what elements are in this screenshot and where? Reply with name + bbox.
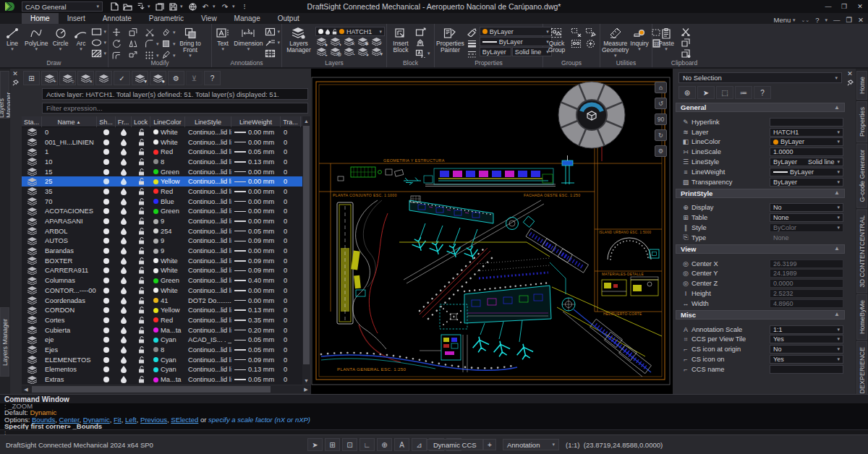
layer-settings-gear-icon[interactable]: ⚙ — [168, 71, 184, 85]
layer-linestyle[interactable]: ACAD_IS... . _ . — [185, 336, 231, 343]
layer-show-icon[interactable] — [97, 189, 116, 194]
layer-transparency[interactable]: 0 — [281, 207, 301, 215]
layer-walk-icon[interactable]: ◕ — [357, 47, 369, 56]
layer-field[interactable]: HATCH1▾ — [770, 128, 843, 137]
layer-linestyle[interactable]: Continuo...lid line — [185, 366, 231, 373]
layer-color[interactable]: Cyan — [150, 356, 185, 364]
layer-show-icon[interactable] — [97, 347, 116, 353]
command-option-fit[interactable]: Fit — [114, 416, 122, 424]
lineweight-field[interactable]: ByLayer▾ — [770, 168, 843, 176]
layer-color[interactable]: 9 — [150, 237, 185, 244]
copy-icon[interactable] — [127, 27, 139, 37]
layer-frozen-icon[interactable] — [116, 376, 132, 383]
layer-lineweight[interactable]: 0.00 mm — [231, 188, 281, 195]
attach-icon[interactable] — [154, 1, 166, 12]
layer-show-icon[interactable] — [97, 267, 116, 273]
layer-lineweight[interactable]: 0.05 mm — [231, 346, 281, 354]
column-header-lock[interactable]: Lock — [132, 116, 150, 127]
layer-lineweight[interactable]: 0.13 mm — [231, 366, 281, 373]
dimension-button[interactable]: Dimension▾ — [234, 25, 263, 51]
layer-row-10[interactable]: 108Continuo...lid line0.13 mm0 — [22, 157, 302, 167]
layer-lock-icon[interactable] — [132, 158, 150, 166]
horizontal-scroll-thumb[interactable] — [32, 386, 271, 393]
ccs-name-field[interactable] — [770, 365, 843, 374]
define-block-icon[interactable] — [414, 27, 427, 37]
layer-lock-icon[interactable] — [132, 218, 150, 225]
layer-transparency[interactable]: 0 — [281, 188, 301, 195]
layer-transparency[interactable]: 0 — [281, 346, 301, 354]
edit-component-icon[interactable] — [414, 38, 427, 48]
layer-color[interactable]: Yellow — [150, 307, 185, 314]
column-header-fr[interactable]: Fr... — [116, 116, 132, 127]
scroll-down-icon[interactable]: ▼ — [302, 376, 310, 385]
tab-annotate[interactable]: Annotate — [94, 13, 140, 24]
layer-linestyle[interactable]: Continuo...lid line — [185, 356, 231, 364]
command-option-selected[interactable]: SElected — [171, 416, 198, 424]
layer-frozen-icon[interactable] — [116, 287, 132, 294]
layer-row-CORDON[interactable]: CORDONYellowContinuo...lid line0.13 mm0 — [22, 305, 302, 315]
fill-icon[interactable] — [160, 39, 172, 49]
insert-block-button[interactable]: Insert Block — [388, 25, 413, 53]
hide-layer-icon[interactable]: ● — [315, 37, 328, 46]
open-file-icon[interactable] — [122, 1, 133, 12]
layer-lock-icon[interactable] — [132, 129, 150, 136]
layer-color[interactable]: Green — [150, 168, 185, 176]
layer-lock-icon[interactable] — [132, 168, 150, 176]
panel-close-icon[interactable]: ✕ — [10, 69, 20, 78]
ortho-toggle[interactable]: ∟ — [359, 438, 375, 451]
column-header-sh[interactable]: Sh... — [97, 116, 116, 127]
layer-lock-icon[interactable] — [132, 336, 150, 343]
layers-vertical-scrollbar[interactable]: ▲ ▼ — [302, 116, 310, 385]
layer-row-CONTOR...----00[interactable]: CONTOR...----00WhiteContinuo...lid line0… — [22, 286, 302, 296]
layer-show-icon[interactable] — [97, 357, 116, 363]
side-tab-3d-contentcentral[interactable]: 3D CONTENTCENTRAL — [856, 210, 867, 294]
layer-color[interactable]: Green — [150, 277, 185, 284]
layer-lineweight[interactable]: 0.35 mm — [231, 317, 281, 324]
rotate-ccw-button[interactable]: ↺ — [655, 98, 667, 109]
vertical-scroll-thumb[interactable] — [303, 126, 310, 364]
layer-lock-icon[interactable] — [132, 287, 150, 294]
layer-lineweight[interactable]: 0.00 mm — [231, 129, 281, 136]
layer-show-icon[interactable] — [97, 337, 116, 343]
layer-frozen-icon[interactable] — [116, 356, 132, 364]
layer-show-icon[interactable] — [97, 278, 116, 283]
side-tab-g-code-generator[interactable]: G-code Generator — [856, 144, 867, 208]
layer-frozen-icon[interactable] — [116, 218, 132, 225]
layer-linestyle[interactable]: Continuo...lid line — [185, 376, 231, 383]
layer-transparency[interactable]: 0 — [281, 237, 301, 244]
undo-icon[interactable]: ↶ — [200, 1, 211, 12]
layer-show-icon[interactable] — [97, 208, 116, 214]
layer-linestyle[interactable]: Continuo...lid line — [185, 198, 231, 205]
layer-transparency[interactable]: 0 — [281, 178, 301, 185]
layers-manager-side-tab[interactable]: Layers Manager — [0, 71, 9, 119]
layer-color[interactable]: Red — [150, 148, 185, 155]
scale-icon[interactable] — [127, 50, 139, 60]
section-header-general[interactable]: General▲ — [676, 103, 845, 112]
layer-lock-icon[interactable] — [132, 148, 150, 155]
layer-color[interactable]: Ma...ta — [150, 327, 185, 334]
isolate-layer-icon[interactable]: ◑ — [329, 37, 341, 46]
rotate-icon[interactable] — [110, 38, 122, 48]
tab-home[interactable]: Home — [22, 13, 59, 24]
layer-linestyle[interactable]: Continuo...lid line — [185, 158, 231, 166]
layer-frozen-icon[interactable] — [116, 366, 132, 373]
layer-frozen-icon[interactable] — [116, 346, 132, 354]
layer-color[interactable]: White — [150, 287, 185, 294]
layer-row-Cortes[interactable]: CortesRedContinuo...lid line0.35 mm0 — [22, 315, 302, 325]
hyperlink-field[interactable] — [770, 118, 843, 127]
entity-snap-toggle[interactable]: A — [394, 438, 409, 451]
restore-button[interactable]: ❐ — [836, 0, 852, 13]
cs-icon-at-origin-field[interactable]: No▾ — [770, 345, 843, 354]
menu-button[interactable]: Menu ▾ — [774, 16, 796, 24]
erase-icon[interactable] — [160, 27, 172, 38]
layer-frozen-icon[interactable] — [116, 198, 132, 205]
layer-lineweight[interactable]: 0.20 mm — [231, 327, 281, 334]
text-style-icon[interactable] — [264, 27, 276, 37]
column-header-linecolor[interactable]: LineColor — [150, 116, 185, 127]
layer-lineweight[interactable]: 0.05 mm — [231, 336, 281, 343]
layer-row-BOXTER[interactable]: BOXTERWhiteContinuo...lid line0.09 mm0 — [22, 256, 302, 266]
layer-frozen-icon[interactable] — [116, 129, 132, 136]
bring-to-front-button[interactable]: Bring to Front▾ — [177, 25, 203, 58]
display-field[interactable]: No▾ — [770, 203, 843, 212]
layer-states-icon[interactable]: ▾ — [370, 47, 383, 56]
